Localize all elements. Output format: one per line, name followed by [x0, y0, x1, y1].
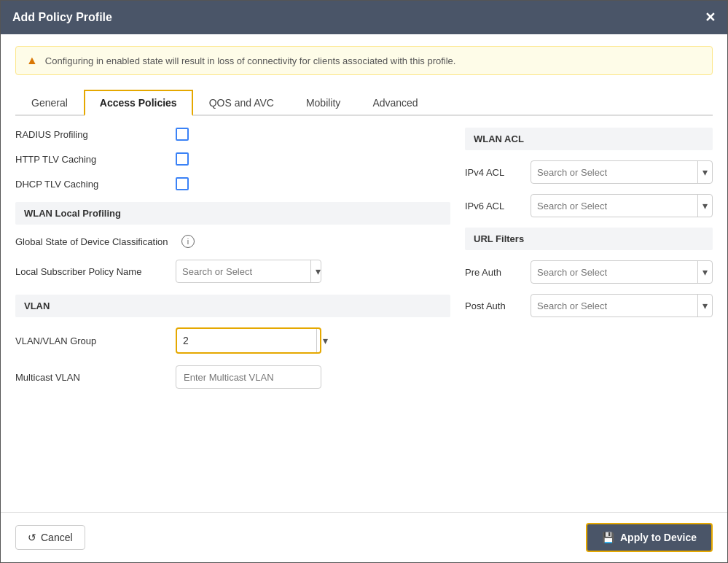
modal-container: Add Policy Profile ✕ ▲ Configuring in en… [0, 0, 728, 563]
chevron-down-icon: ▾ [702, 166, 708, 178]
dhcp-tlv-caching-label: DHCP TLV Caching [15, 179, 176, 190]
apply-to-device-button[interactable]: 💾 Apply to Device [586, 523, 713, 552]
http-tlv-caching-row: HTTP TLV Caching [15, 152, 450, 166]
chevron-down-icon: ▾ [702, 266, 708, 278]
http-tlv-caching-label: HTTP TLV Caching [15, 154, 176, 165]
subscriber-policy-select[interactable]: ▾ [176, 260, 321, 283]
ipv4-acl-dropdown-arrow[interactable]: ▾ [697, 161, 712, 183]
url-filters-section: URL Filters [465, 228, 713, 250]
content-area: RADIUS Profiling HTTP TLV Caching DHCP T… [1, 116, 727, 512]
pre-auth-row: Pre Auth ▾ [465, 260, 713, 284]
warning-text: Configuring in enabled state will result… [45, 55, 456, 66]
ipv4-acl-label: IPv4 ACL [465, 167, 531, 178]
modal-title: Add Policy Profile [12, 11, 112, 24]
pre-auth-input[interactable] [531, 267, 697, 278]
close-icon[interactable]: ✕ [705, 9, 716, 26]
radius-profiling-label: RADIUS Profiling [15, 129, 176, 140]
post-auth-select[interactable]: ▾ [531, 294, 713, 317]
chevron-down-icon: ▾ [702, 200, 708, 211]
pre-auth-select[interactable]: ▾ [531, 260, 713, 284]
warning-banner: ▲ Configuring in enabled state will resu… [15, 46, 713, 75]
cancel-button[interactable]: ↺ Cancel [15, 525, 85, 550]
global-state-row: Global State of Device Classification i [15, 235, 450, 248]
info-icon: i [181, 235, 195, 248]
subscriber-policy-row: Local Subscriber Policy Name ▾ [15, 260, 450, 283]
tab-advanced[interactable]: Advanced [356, 90, 434, 116]
post-auth-input[interactable] [531, 300, 697, 311]
subscriber-policy-dropdown-arrow[interactable]: ▾ [310, 260, 325, 282]
ipv6-acl-label: IPv6 ACL [465, 201, 531, 211]
tab-general[interactable]: General [15, 90, 84, 116]
dhcp-tlv-caching-checkbox[interactable] [176, 177, 189, 190]
cancel-label: Cancel [41, 532, 73, 543]
vlan-group-input[interactable] [177, 335, 316, 346]
http-tlv-caching-checkbox[interactable] [176, 152, 189, 166]
apply-icon: 💾 [602, 532, 614, 543]
subscriber-policy-input[interactable] [176, 266, 310, 277]
modal-header: Add Policy Profile ✕ [1, 1, 727, 34]
modal-footer: ↺ Cancel 💾 Apply to Device [1, 512, 727, 562]
ipv4-acl-input[interactable] [531, 167, 697, 178]
radius-profiling-checkbox[interactable] [176, 128, 189, 141]
pre-auth-dropdown-arrow[interactable]: ▾ [697, 261, 712, 283]
apply-label: Apply to Device [620, 532, 697, 543]
pre-auth-label: Pre Auth [465, 267, 531, 278]
wlan-local-profiling-label: WLAN Local Profiling [24, 208, 121, 219]
radius-profiling-row: RADIUS Profiling [15, 128, 450, 141]
ipv6-acl-select[interactable]: ▾ [531, 194, 713, 217]
post-auth-label: Post Auth [465, 300, 531, 311]
dhcp-tlv-caching-row: DHCP TLV Caching [15, 177, 450, 190]
chevron-down-icon: ▾ [702, 300, 708, 311]
chevron-down-icon: ▾ [316, 265, 321, 277]
vlan-group-label: VLAN/VLAN Group [15, 335, 176, 346]
subscriber-policy-label: Local Subscriber Policy Name [15, 266, 176, 277]
ipv4-acl-row: IPv4 ACL ▾ [465, 160, 713, 184]
post-auth-row: Post Auth ▾ [465, 294, 713, 317]
wlan-acl-section: WLAN ACL [465, 128, 713, 150]
multicast-vlan-input[interactable] [176, 365, 321, 389]
vlan-section: VLAN [15, 295, 450, 317]
vlan-group-select[interactable]: ▾ [176, 327, 321, 354]
tab-qos-avc[interactable]: QOS and AVC [193, 90, 290, 116]
left-panel: RADIUS Profiling HTTP TLV Caching DHCP T… [15, 128, 450, 500]
vlan-group-dropdown-arrow[interactable]: ▾ [316, 329, 334, 352]
wlan-local-profiling-section: WLAN Local Profiling [15, 202, 450, 225]
url-filters-label: URL Filters [474, 233, 524, 244]
multicast-vlan-row: Multicast VLAN [15, 365, 450, 389]
wlan-acl-label: WLAN ACL [474, 133, 524, 144]
ipv6-acl-dropdown-arrow[interactable]: ▾ [697, 195, 712, 217]
ipv6-acl-row: IPv6 ACL ▾ [465, 194, 713, 217]
right-panel: WLAN ACL IPv4 ACL ▾ IPv6 ACL ▾ [465, 128, 713, 500]
vlan-group-row: VLAN/VLAN Group ▾ [15, 327, 450, 354]
warning-icon: ▲ [26, 54, 38, 67]
tab-bar: General Access Policies QOS and AVC Mobi… [15, 90, 713, 116]
tab-mobility[interactable]: Mobility [290, 90, 356, 116]
cancel-icon: ↺ [28, 532, 36, 543]
tab-access-policies[interactable]: Access Policies [84, 90, 193, 116]
ipv6-acl-input[interactable] [531, 201, 697, 211]
chevron-down-icon: ▾ [323, 335, 328, 346]
post-auth-dropdown-arrow[interactable]: ▾ [697, 295, 712, 317]
multicast-vlan-label: Multicast VLAN [15, 372, 176, 383]
ipv4-acl-select[interactable]: ▾ [531, 160, 713, 184]
vlan-section-label: VLAN [24, 300, 50, 311]
global-state-label: Global State of Device Classification [15, 235, 176, 247]
